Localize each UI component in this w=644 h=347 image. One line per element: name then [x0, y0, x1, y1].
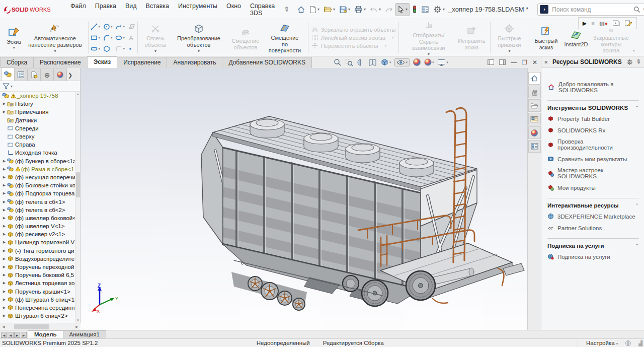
prev-tab-icon[interactable]: ◀: [8, 332, 14, 338]
smart-dimension-button[interactable]: Автоматическое нанесение размеров▾: [25, 21, 85, 53]
task-pane-link[interactable]: Property Tab Builder: [547, 115, 639, 122]
record-pause-button[interactable]: ▮▮●: [599, 21, 608, 26]
repair-sketch-button[interactable]: Исправить эскиз: [456, 24, 487, 51]
open-document-button[interactable]: ▾: [322, 3, 337, 16]
tree-vertical-scrollbar[interactable]: ▲ ▼: [75, 92, 80, 323]
tab-file-explorer[interactable]: [528, 99, 541, 112]
polygon-tool[interactable]: [102, 43, 114, 54]
tree-item[interactable]: ▶(ф) ресивер v2<1>: [0, 230, 75, 238]
expand-arrow-icon[interactable]: ▶: [2, 281, 7, 285]
rectangle-tool[interactable]: ▾: [90, 32, 101, 43]
command-tab[interactable]: Исправление: [117, 57, 167, 68]
expand-arrow-icon[interactable]: ▶: [2, 175, 7, 179]
section-collapse-icon[interactable]: ⌃: [635, 105, 639, 110]
tree-horizontal-scrollbar[interactable]: ◀ ▶: [0, 323, 80, 330]
expand-arrow-icon[interactable]: ▶: [2, 314, 7, 318]
tab-design-library[interactable]: [528, 86, 541, 98]
task-pane-link[interactable]: SOLIDWORKS Rx: [547, 127, 639, 133]
tree-item[interactable]: ▶Поперечина серединн: [0, 304, 75, 312]
vscroll-thumb[interactable]: [76, 172, 80, 197]
tree-item[interactable]: ▶(ф) Рама в сборе<1: [0, 165, 75, 173]
pin-menu-icon[interactable]: ✎: [282, 5, 291, 14]
menu-Окно[interactable]: Окно: [222, 1, 245, 19]
sketch-button[interactable]: Эскиз▾: [4, 25, 24, 51]
expand-arrow-icon[interactable]: ▶: [2, 200, 7, 204]
task-pane-link[interactable]: Partner Solutions: [547, 225, 639, 231]
tree-item[interactable]: ▶(ф) Бункер в сборе<1>: [0, 157, 75, 165]
slot-tool[interactable]: ▾: [90, 43, 101, 54]
tab-appearances-scenes[interactable]: [528, 126, 541, 139]
doc-minimize-icon[interactable]: —: [511, 59, 517, 66]
expand-arrow-icon[interactable]: ▶: [2, 224, 7, 228]
tab-display-manager[interactable]: [53, 68, 67, 81]
tree-item[interactable]: ▶(ф) швеллер V<1>: [0, 222, 75, 230]
tree-item[interactable]: Справа: [0, 141, 75, 149]
plane-3d-tool[interactable]: [127, 21, 136, 32]
tab-feature-tree[interactable]: [1, 67, 15, 81]
tab-view-palette[interactable]: [528, 113, 541, 125]
command-tab[interactable]: Добавления SOLIDWORKS: [222, 57, 312, 68]
redo-button[interactable]: [383, 3, 394, 16]
ellipse-tool[interactable]: ▾: [114, 32, 126, 43]
circle-tool[interactable]: ▾: [102, 21, 114, 32]
show-left-pane-icon[interactable]: [488, 59, 494, 65]
tree-item[interactable]: ▶History: [0, 100, 75, 108]
tree-item[interactable]: Спереди: [0, 124, 75, 132]
first-tab-icon[interactable]: ◀: [1, 332, 7, 338]
interference-check-icon[interactable]: [411, 3, 419, 16]
expand-arrow-icon[interactable]: ▶: [2, 273, 7, 277]
new-document-button[interactable]: ▾: [308, 3, 321, 16]
tree-item[interactable]: ▶Лестница торцевая хо: [0, 279, 75, 287]
tree-item[interactable]: ▶Поручень переходной: [0, 263, 75, 271]
tree-item[interactable]: ▶Воздухораспределите: [0, 255, 75, 263]
offset-entities-button[interactable]: Смещение объектов: [227, 24, 264, 51]
tab-custom-properties[interactable]: [528, 140, 541, 153]
ribbon-collapse-chevron[interactable]: ⌃: [632, 49, 636, 55]
tree-item[interactable]: ▶(ф) Боковые стойки хо: [0, 181, 75, 189]
collapse-pane-icon[interactable]: «: [544, 58, 548, 65]
command-tab[interactable]: Расположение: [33, 57, 88, 68]
scroll-up-icon[interactable]: ▲: [75, 92, 80, 97]
tree-item[interactable]: ▶(ф) Подпорка торцева: [0, 189, 75, 197]
tree-item[interactable]: ▶(ф) швеллер боковой<: [0, 214, 75, 222]
quick-snaps-button[interactable]: Быстрые привязки▾: [494, 21, 525, 53]
home-button[interactable]: [295, 3, 307, 16]
zoom-to-fit-icon[interactable]: [334, 58, 342, 66]
model-tab[interactable]: Модель: [28, 330, 63, 338]
tab-configuration-manager[interactable]: [27, 68, 41, 81]
line-tool[interactable]: ▾: [90, 21, 101, 32]
scroll-left-icon[interactable]: ◀: [0, 325, 7, 329]
doc-restore-icon[interactable]: ❐: [522, 59, 527, 66]
animation-wizard-icon[interactable]: [624, 20, 632, 27]
expand-arrow-icon[interactable]: ▶: [2, 290, 7, 294]
expand-arrow-icon[interactable]: ▶: [2, 216, 7, 220]
view-selector-icon[interactable]: ▾: [380, 58, 391, 66]
command-tab[interactable]: Анализировать: [167, 57, 222, 68]
expand-arrow-icon[interactable]: ▶: [2, 167, 7, 171]
move-entities-button[interactable]: Переместить объекты▾: [311, 42, 395, 49]
task-pane-link[interactable]: Сравнить мои результаты: [547, 156, 639, 162]
command-tab[interactable]: Эскиз: [87, 56, 118, 68]
menu-Справка 3DS[interactable]: Справка 3DS: [246, 1, 279, 19]
search-icon[interactable]: [633, 6, 640, 13]
filter-icon[interactable]: [3, 83, 10, 90]
offset-on-surface-button[interactable]: Смещение по поверхности: [265, 21, 305, 54]
expand-arrow-icon[interactable]: ▶: [2, 232, 7, 236]
menu-Файл[interactable]: Файл: [66, 1, 90, 19]
view-settings-icon[interactable]: ▾: [437, 59, 448, 66]
expand-arrow-icon[interactable]: ▶: [2, 257, 7, 261]
next-tab-icon[interactable]: ▶: [14, 332, 20, 338]
doc-close-icon[interactable]: ✕: [532, 59, 537, 66]
spline-tool[interactable]: ▾: [114, 21, 126, 32]
show-right-pane-icon[interactable]: [499, 59, 506, 65]
expand-arrow-icon[interactable]: ▶: [2, 208, 7, 212]
menu-Вид[interactable]: Вид: [121, 1, 141, 19]
mirror-entities-button[interactable]: Зеркально отразить объекты: [311, 26, 395, 33]
expand-arrow-icon[interactable]: ▶: [2, 191, 7, 195]
pane-options-gear-icon[interactable]: [626, 59, 633, 65]
tab-solidworks-resources[interactable]: [528, 72, 541, 85]
expand-arrow-icon[interactable]: ▶: [2, 298, 7, 302]
tree-root-item[interactable]: _хоппер 19-758: [0, 92, 75, 100]
scroll-down-icon[interactable]: ▼: [75, 318, 80, 323]
expand-arrow-icon[interactable]: ▶: [2, 240, 7, 244]
